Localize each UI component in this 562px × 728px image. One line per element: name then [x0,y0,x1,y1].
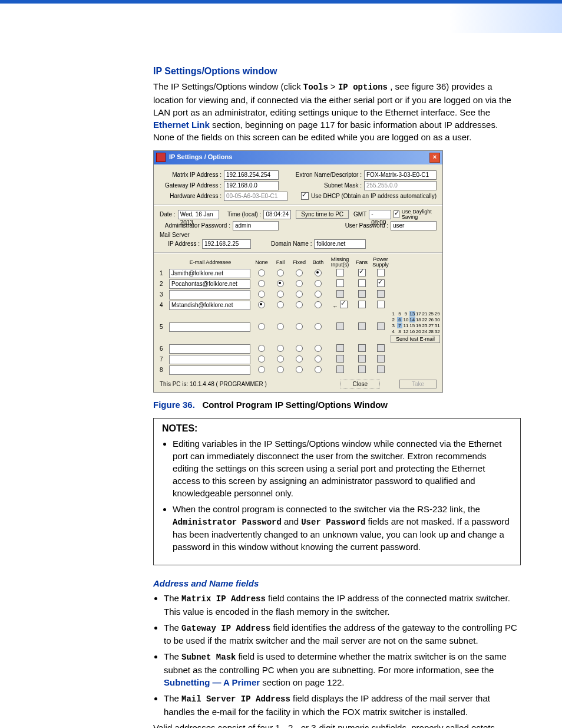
checkbox[interactable] [377,290,385,298]
radio[interactable] [296,269,303,276]
checkbox[interactable] [377,279,385,287]
lbl-extron-name: Extron Name/Descriptor : [296,172,362,178]
radio[interactable] [296,301,303,308]
email-input[interactable] [169,355,250,364]
radio[interactable] [277,269,284,276]
radio[interactable] [315,323,322,330]
checkbox[interactable] [336,344,344,352]
note-2a: When the control program is connected to… [173,504,480,514]
gmt-offset-field[interactable]: - 08:00 [369,210,391,219]
checkbox[interactable] [377,365,385,373]
close-icon[interactable]: × [429,153,440,163]
radio[interactable] [296,291,303,298]
page-top-accent [0,0,562,33]
time-field[interactable]: 08:04:24 [263,210,291,219]
checkbox[interactable] [377,301,385,308]
checkbox[interactable] [377,344,385,352]
email-input[interactable]: Jsmith@folklore.net [169,269,250,278]
radio[interactable] [296,366,303,373]
radio[interactable] [277,355,284,363]
user-pw-field[interactable]: user [391,221,437,230]
radio[interactable] [258,323,265,330]
radio[interactable] [277,345,284,352]
email-input[interactable] [169,322,250,332]
use-dhcp-checkbox[interactable] [301,192,309,200]
radio[interactable] [315,301,322,308]
hdr-both: Both [309,259,327,265]
term-subnet-mask: Subnet Mask [181,653,236,662]
radio[interactable] [258,366,265,373]
email-input[interactable] [169,290,250,299]
send-test-button[interactable]: Send test E-mail [391,335,440,343]
radio[interactable] [315,291,322,298]
radio[interactable] [277,323,284,330]
lbl-admin-pw: Administrator Password : [160,222,230,229]
checkbox[interactable] [358,269,366,276]
extron-name-field[interactable]: FOX-Matrix-3-03-E0-C1 [364,170,437,180]
gateway-ip-field[interactable]: 192.168.0.0 [224,181,279,190]
field-desc-matrix-ip: The Matrix IP Address field contains the… [164,592,521,618]
radio[interactable] [296,345,303,352]
email-input[interactable] [169,365,250,375]
checkbox[interactable] [336,269,344,276]
radio[interactable] [315,345,322,352]
radio[interactable] [315,269,322,276]
radio[interactable] [277,366,284,373]
checkbox[interactable] [340,301,348,308]
checkbox[interactable] [377,322,385,330]
radio[interactable] [277,280,284,287]
take-button[interactable]: Take [399,380,437,388]
subnet-mask-field[interactable]: 255.255.0.0 [364,181,437,190]
domain-field[interactable]: folklore.net [314,239,366,249]
checkbox[interactable] [358,344,366,352]
email-row: 4 Mstandish@folklore.net ← [160,301,437,310]
checkbox[interactable] [336,355,344,363]
row-num: 2 [160,281,168,287]
checkbox[interactable] [377,355,385,363]
lbl-subnet-mask: Subnet Mask : [324,182,362,189]
radio[interactable] [315,355,322,363]
admin-pw-field[interactable]: admin [233,221,279,230]
heading-address-name: Address and Name fields [153,578,521,588]
radio[interactable] [315,280,322,287]
radio[interactable] [258,269,265,276]
checkbox[interactable] [358,290,366,298]
close-button[interactable]: Close [340,380,381,388]
radio[interactable] [296,280,303,287]
checkbox[interactable] [336,322,344,330]
radio[interactable] [258,345,265,352]
radio[interactable] [296,323,303,330]
date-field[interactable]: Wed, 16 Jan 2013 [178,210,219,219]
radio[interactable] [296,355,303,363]
radio[interactable] [258,301,265,308]
ethernet-link[interactable]: Ethernet Link [153,120,210,130]
checkbox[interactable] [377,269,385,276]
subnetting-link[interactable]: Subnetting — A Primer [164,677,260,687]
checkbox[interactable] [358,365,366,373]
radio[interactable] [258,280,265,287]
checkbox[interactable] [358,301,366,308]
ip-settings-dialog: IP Settings / Options × Matrix IP Addres… [153,150,443,393]
row-num: 8 [160,367,168,373]
sync-time-button[interactable]: Sync time to PC [296,210,349,219]
checkbox[interactable] [358,322,366,330]
mail-ip-field[interactable]: 192.168.2.25 [202,239,251,249]
checkbox[interactable] [358,279,366,287]
checkbox[interactable] [336,290,344,298]
matrix-ip-field[interactable]: 192.168.254.254 [224,170,279,180]
email-row: 1 Jsmith@folklore.net [160,269,437,278]
checkbox[interactable] [336,279,344,287]
email-input[interactable]: Mstandish@folklore.net [169,301,250,310]
email-input[interactable]: Pocahontas@folklore.net [169,279,250,289]
daylight-checkbox[interactable] [394,210,399,218]
email-input[interactable] [169,344,250,354]
radio[interactable] [277,291,284,298]
radio[interactable] [277,301,284,308]
radio[interactable] [315,366,322,373]
radio[interactable] [258,355,265,363]
heading-ip-settings: IP Settings/Options window [153,66,521,77]
lbl-daylight: Use Daylight Saving [402,209,437,220]
checkbox[interactable] [336,365,344,373]
radio[interactable] [258,291,265,298]
checkbox[interactable] [358,355,366,363]
